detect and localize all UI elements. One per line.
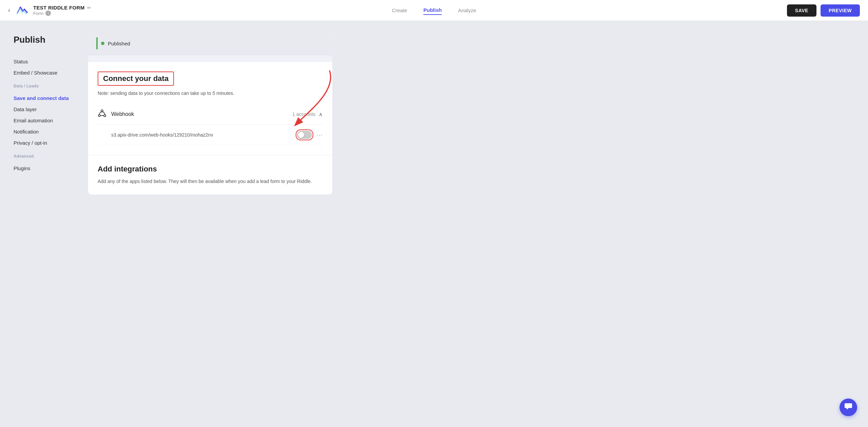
sidebar-item-email-automation[interactable]: Email automation: [14, 115, 77, 126]
integrations-section: Add integrations Add any of the apps lis…: [88, 155, 332, 195]
webhook-more-button[interactable]: ···: [317, 131, 323, 139]
status-dot: [101, 42, 104, 45]
svg-point-2: [104, 115, 106, 117]
back-chevron-icon: ‹: [8, 7, 10, 14]
main-layout: Publish Status Embed / Showcase Data / L…: [0, 21, 868, 427]
red-arrow-annotation: [269, 64, 332, 138]
webhook-toggle[interactable]: [297, 131, 312, 139]
webhook-label: Webhook: [111, 111, 134, 117]
content-area: Published Connect your data Note: sendin…: [88, 21, 868, 427]
app-title: TEST RIDDLE FORM: [33, 5, 84, 11]
edit-icon[interactable]: ✏: [87, 5, 91, 11]
connect-title: Connect your data: [98, 72, 174, 86]
status-bar: Published: [88, 32, 332, 55]
sidebar-title: Publish: [14, 35, 77, 45]
sidebar-item-embed[interactable]: Embed / Showcase: [14, 67, 77, 78]
logo-icon: [14, 3, 29, 18]
header: ‹ TEST RIDDLE FORM ✏ Form i Create Publi…: [0, 0, 868, 21]
connect-note: Note: sending data to your connections c…: [98, 90, 323, 96]
connect-section: Connect your data Note: sending data to …: [88, 62, 332, 155]
sidebar-item-status[interactable]: Status: [14, 56, 77, 67]
sidebar-item-plugins[interactable]: Plugins: [14, 163, 77, 174]
header-right: SAVE PREVIEW: [787, 4, 860, 17]
webhook-collapse-button[interactable]: ∧: [319, 111, 323, 118]
sidebar-section-advanced: Advanced: [14, 154, 77, 159]
preview-button[interactable]: PREVIEW: [821, 4, 860, 17]
header-nav: Create Publish Analyze: [392, 6, 476, 15]
webhook-accounts: 1 accounts: [292, 111, 315, 117]
divider-block: [88, 55, 332, 62]
nav-analyze[interactable]: Analyze: [458, 6, 476, 15]
webhook-left: Webhook: [98, 109, 134, 120]
integrations-description: Add any of the apps listed below. They w…: [98, 178, 323, 185]
title-row: TEST RIDDLE FORM ✏: [33, 5, 91, 11]
nav-publish[interactable]: Publish: [423, 6, 442, 15]
chat-button[interactable]: [840, 399, 857, 416]
sidebar-item-data-layer[interactable]: Data layer: [14, 104, 77, 115]
sidebar-item-privacy[interactable]: Privacy / opt-in: [14, 137, 77, 148]
subtitle-row: Form i: [33, 11, 91, 16]
webhook-icon: [98, 109, 106, 120]
title-block: TEST RIDDLE FORM ✏ Form i: [33, 5, 91, 16]
webhook-toggle-wrapper: [296, 129, 313, 140]
webhook-actions: ···: [296, 129, 323, 140]
integrations-title: Add integrations: [98, 165, 323, 174]
webhook-right: 1 accounts ∧: [292, 111, 323, 118]
status-indicator-bar: [96, 37, 98, 49]
webhook-header-row: Webhook 1 accounts ∧: [98, 104, 323, 125]
webhook-url: s3.apix-drive.com/web-hooks/129210/mohaz…: [111, 132, 213, 138]
webhook-sub-row: s3.apix-drive.com/web-hooks/129210/mohaz…: [98, 125, 323, 145]
chat-icon: [844, 402, 853, 413]
sidebar-item-notification[interactable]: Notification: [14, 126, 77, 137]
toggle-knob: [298, 132, 304, 138]
back-button[interactable]: ‹: [8, 7, 10, 14]
sidebar-section-data-leads: Data / Leads: [14, 84, 77, 88]
save-button[interactable]: SAVE: [787, 4, 816, 17]
info-icon[interactable]: i: [45, 11, 51, 16]
svg-point-1: [98, 115, 100, 117]
content-card: Published Connect your data Note: sendin…: [88, 32, 332, 195]
nav-create[interactable]: Create: [392, 6, 407, 15]
form-subtitle: Form: [33, 11, 43, 16]
sidebar: Publish Status Embed / Showcase Data / L…: [0, 21, 88, 427]
status-text: Published: [108, 41, 130, 46]
sidebar-item-save-connect[interactable]: Save and connect data: [14, 93, 77, 104]
